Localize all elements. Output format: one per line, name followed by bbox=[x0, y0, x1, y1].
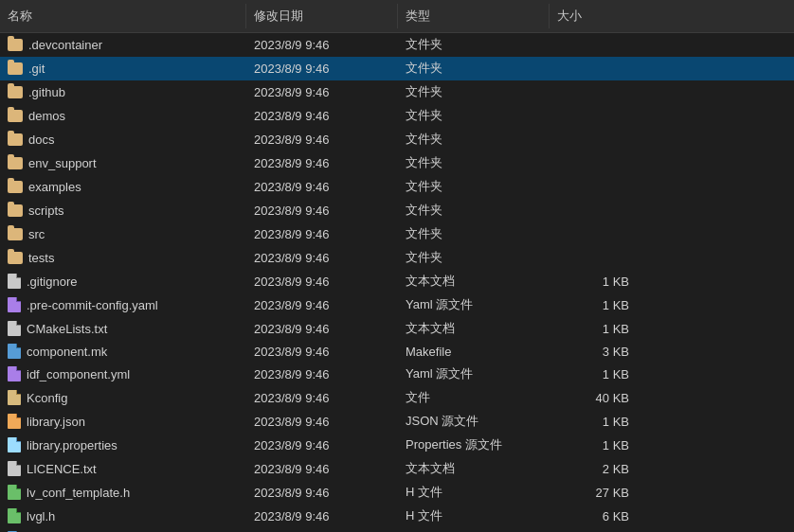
file-name: scripts bbox=[28, 204, 64, 218]
file-size: 40 KB bbox=[550, 389, 644, 407]
table-row[interactable]: tests2023/8/9 9:46文件夹 bbox=[0, 246, 794, 270]
file-type: 文件夹 bbox=[398, 223, 550, 244]
table-row[interactable]: lv_conf_template.h2023/8/9 9:46H 文件27 KB bbox=[0, 481, 794, 505]
table-row[interactable]: CMakeLists.txt2023/8/9 9:46文本文档1 KB bbox=[0, 317, 794, 341]
table-row[interactable]: .pre-commit-config.yaml2023/8/9 9:46Yaml… bbox=[0, 293, 794, 317]
table-row[interactable]: docs2023/8/9 9:46文件夹 bbox=[0, 128, 794, 151]
table-row[interactable]: scripts2023/8/9 9:46文件夹 bbox=[0, 199, 794, 222]
col-date-header: 修改日期 bbox=[246, 4, 398, 28]
file-name-cell: Kconfig bbox=[0, 388, 246, 407]
table-row[interactable]: LICENCE.txt2023/8/9 9:46文本文档2 KB bbox=[0, 457, 794, 481]
file-date: 2023/8/9 9:46 bbox=[246, 436, 398, 454]
table-row[interactable]: .git2023/8/9 9:46文件夹 bbox=[0, 57, 794, 80]
properties-file-icon bbox=[8, 437, 21, 452]
file-explorer: 名称 修改日期 类型 大小 .devcontainer2023/8/9 9:46… bbox=[0, 0, 794, 532]
file-name: component.mk bbox=[27, 345, 107, 359]
file-name: docs bbox=[28, 133, 54, 147]
folder-icon bbox=[8, 252, 23, 264]
kconfig-file-icon bbox=[8, 390, 21, 405]
file-size bbox=[550, 161, 644, 165]
file-date: 2023/8/9 9:46 bbox=[246, 131, 398, 149]
file-date: 2023/8/9 9:46 bbox=[246, 320, 398, 338]
file-name-cell: scripts bbox=[0, 202, 246, 220]
table-row[interactable]: .devcontainer2023/8/9 9:46文件夹 bbox=[0, 33, 794, 57]
file-name-cell: lv_conf_template.h bbox=[0, 483, 246, 502]
file-name-cell: demos bbox=[0, 107, 246, 125]
file-name-cell: idf_component.yml bbox=[0, 364, 246, 383]
table-row[interactable]: component.mk2023/8/9 9:46Makefile3 KB bbox=[0, 341, 794, 363]
file-size bbox=[550, 232, 644, 236]
table-row[interactable]: lvgl.mk2023/8/9 9:46Makefile1 KB bbox=[0, 528, 794, 532]
table-row[interactable]: .gitignore2023/8/9 9:46文本文档1 KB bbox=[0, 270, 794, 293]
table-row[interactable]: lvgl.h2023/8/9 9:46H 文件6 KB bbox=[0, 505, 794, 528]
file-date: 2023/8/9 9:46 bbox=[246, 413, 398, 431]
file-size: 1 KB bbox=[550, 320, 644, 338]
file-type: 文本文档 bbox=[398, 271, 550, 292]
file-size bbox=[550, 66, 644, 70]
file-name: CMakeLists.txt bbox=[27, 322, 107, 336]
file-date: 2023/8/9 9:46 bbox=[246, 389, 398, 407]
file-name-cell: component.mk bbox=[0, 342, 246, 361]
table-row[interactable]: env_support2023/8/9 9:46文件夹 bbox=[0, 151, 794, 175]
h-file-icon bbox=[8, 508, 21, 523]
file-name-cell: library.properties bbox=[0, 435, 246, 454]
file-name-cell: .git bbox=[0, 60, 246, 78]
file-date: 2023/8/9 9:46 bbox=[246, 178, 398, 196]
file-name: library.json bbox=[27, 415, 85, 429]
file-name-cell: env_support bbox=[0, 154, 246, 172]
file-size: 1 KB bbox=[550, 436, 644, 454]
file-name: .gitignore bbox=[27, 275, 77, 289]
col-size-header: 大小 bbox=[550, 4, 644, 28]
file-name: lv_conf_template.h bbox=[27, 486, 130, 500]
folder-icon bbox=[8, 228, 23, 240]
file-name-cell: examples bbox=[0, 178, 246, 196]
file-date: 2023/8/9 9:46 bbox=[246, 343, 398, 361]
file-date: 2023/8/9 9:46 bbox=[246, 202, 398, 220]
file-type: Properties 源文件 bbox=[398, 434, 550, 455]
file-date: 2023/8/9 9:46 bbox=[246, 460, 398, 478]
table-row[interactable]: .github2023/8/9 9:46文件夹 bbox=[0, 80, 794, 104]
file-date: 2023/8/9 9:46 bbox=[246, 484, 398, 502]
file-name: library.properties bbox=[27, 438, 117, 452]
file-date: 2023/8/9 9:46 bbox=[246, 107, 398, 125]
file-type: Makefile bbox=[398, 343, 550, 361]
col-type-header: 类型 bbox=[398, 4, 550, 28]
file-size: 3 KB bbox=[550, 343, 644, 361]
file-date: 2023/8/9 9:46 bbox=[246, 225, 398, 243]
file-size: 6 KB bbox=[550, 507, 644, 525]
table-row[interactable]: src2023/8/9 9:46文件夹 bbox=[0, 222, 794, 246]
file-type: 文件夹 bbox=[398, 105, 550, 126]
table-row[interactable]: library.properties2023/8/9 9:46Propertie… bbox=[0, 434, 794, 457]
file-name-cell: CMakeLists.txt bbox=[0, 319, 246, 338]
file-type: 文件夹 bbox=[398, 247, 550, 268]
file-type: 文本文档 bbox=[398, 318, 550, 339]
file-type: 文件夹 bbox=[398, 176, 550, 197]
table-row[interactable]: Kconfig2023/8/9 9:46文件40 KB bbox=[0, 386, 794, 410]
file-size bbox=[550, 185, 644, 188]
table-row[interactable]: demos2023/8/9 9:46文件夹 bbox=[0, 104, 794, 128]
table-row[interactable]: idf_component.yml2023/8/9 9:46Yaml 源文件1 … bbox=[0, 363, 794, 386]
file-name-cell: .gitignore bbox=[0, 272, 246, 291]
file-type: H 文件 bbox=[398, 482, 550, 503]
file-size bbox=[550, 43, 644, 46]
file-name-cell: docs bbox=[0, 131, 246, 149]
file-size: 1 KB bbox=[550, 365, 644, 383]
file-type: 文件夹 bbox=[398, 81, 550, 102]
folder-icon bbox=[8, 204, 23, 217]
table-row[interactable]: examples2023/8/9 9:46文件夹 bbox=[0, 175, 794, 199]
file-type: 文件夹 bbox=[398, 200, 550, 221]
folder-icon bbox=[8, 62, 23, 75]
file-date: 2023/8/9 9:46 bbox=[246, 83, 398, 101]
file-size bbox=[550, 137, 644, 141]
file-type: 文件 bbox=[398, 387, 550, 408]
file-name-cell: LICENCE.txt bbox=[0, 459, 246, 478]
file-icon bbox=[8, 274, 21, 289]
file-name: idf_component.yml bbox=[27, 367, 130, 381]
table-row[interactable]: library.json2023/8/9 9:46JSON 源文件1 KB bbox=[0, 410, 794, 434]
file-name-cell: .pre-commit-config.yaml bbox=[0, 295, 246, 314]
file-size: 2 KB bbox=[550, 460, 644, 478]
file-date: 2023/8/9 9:46 bbox=[246, 507, 398, 525]
file-name: examples bbox=[28, 180, 81, 194]
folder-icon bbox=[8, 133, 23, 146]
file-name: .devcontainer bbox=[28, 38, 102, 52]
